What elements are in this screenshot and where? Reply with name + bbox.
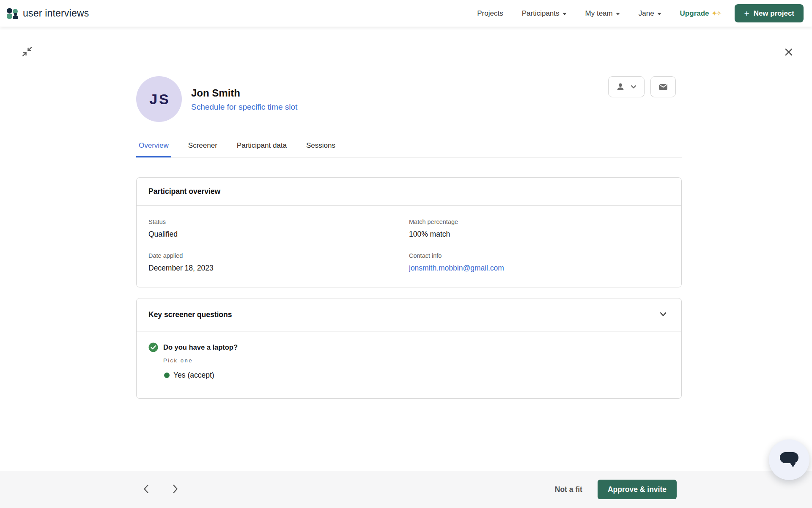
tab-overview[interactable]: Overview [136, 141, 171, 157]
chat-launcher-button[interactable] [769, 439, 809, 480]
header-actions [608, 76, 676, 97]
profile-header: JS Jon Smith Schedule for specific time … [136, 76, 682, 122]
question-row: Do you have a laptop? [148, 342, 669, 352]
approve-invite-button[interactable]: Approve & invite [598, 480, 677, 499]
person-icon [615, 82, 625, 92]
answer-row: Yes (accept) [164, 371, 669, 380]
chevron-down-icon [657, 13, 661, 15]
overview-fields: Status Qualified Match percentage 100% m… [137, 206, 681, 287]
new-project-button[interactable]: + New project [735, 4, 804, 22]
participant-detail-panel: JS Jon Smith Schedule for specific time … [136, 27, 682, 399]
question-type-label: Pick one [163, 357, 669, 364]
collapse-icon [21, 46, 33, 58]
sparkles-icon: ✦✧ [712, 9, 721, 17]
field-value: Qualified [148, 230, 409, 239]
participant-pager [140, 482, 182, 497]
field-date-applied: Date applied December 18, 2023 [148, 252, 409, 273]
overview-card-header: Participant overview [137, 178, 681, 206]
upgrade-label: Upgrade [680, 9, 709, 18]
chevron-down-icon [616, 13, 620, 15]
collapse-card-button[interactable] [657, 308, 669, 322]
avatar: JS [136, 76, 182, 122]
screener-question-block: Do you have a laptop? Pick one Yes (acce… [137, 331, 681, 398]
participant-name: Jon Smith [191, 87, 297, 99]
brand-name: user interviews [23, 8, 89, 19]
tab-participant-data[interactable]: Participant data [234, 141, 289, 157]
answer-dot-icon [164, 373, 170, 378]
screener-card-title: Key screener questions [148, 310, 232, 319]
field-value: December 18, 2023 [148, 264, 409, 273]
email-participant-button[interactable] [650, 76, 676, 97]
nav-item-my-team[interactable]: My team [585, 9, 620, 18]
top-navigation: user interviews Projects Participants My… [0, 0, 812, 27]
upgrade-link[interactable]: Upgrade ✦✧ [680, 9, 721, 18]
brand-logo[interactable]: user interviews [7, 8, 89, 19]
close-modal-button[interactable] [782, 45, 796, 61]
not-a-fit-button[interactable]: Not a fit [555, 485, 582, 494]
chevron-down-icon [630, 83, 637, 91]
new-project-label: New project [754, 9, 794, 18]
previous-participant-button[interactable] [140, 482, 153, 497]
field-label: Contact info [409, 252, 669, 259]
tab-screener[interactable]: Screener [186, 141, 220, 157]
next-participant-button[interactable] [168, 482, 182, 497]
user-interviews-logo-icon [7, 8, 19, 19]
mail-icon [658, 81, 669, 92]
field-status: Status Qualified [148, 218, 409, 239]
key-screener-questions-card: Key screener questions Do you have a lap… [136, 298, 682, 399]
collapse-modal-button[interactable] [19, 44, 35, 61]
close-icon [783, 47, 794, 58]
plus-icon: + [744, 9, 749, 18]
contact-email-link[interactable]: jonsmith.mobbin@gmail.com [409, 264, 669, 273]
answer-text: Yes (accept) [173, 371, 214, 380]
field-value: 100% match [409, 230, 669, 239]
field-label: Match percentage [409, 218, 669, 225]
question-text: Do you have a laptop? [163, 343, 238, 351]
nav-links: Projects Participants My team Jane [477, 9, 661, 18]
nav-item-label: My team [585, 9, 613, 18]
participant-identity: Jon Smith Schedule for specific time slo… [191, 87, 297, 112]
nav-item-projects[interactable]: Projects [477, 9, 503, 18]
field-label: Date applied [148, 252, 409, 259]
chevron-down-icon [658, 309, 668, 319]
nav-item-label: Participants [522, 9, 560, 18]
tab-sessions[interactable]: Sessions [304, 141, 338, 157]
screener-card-header: Key screener questions [137, 298, 681, 331]
nav-item-participants[interactable]: Participants [522, 9, 567, 18]
overview-card-title: Participant overview [148, 187, 220, 196]
nav-item-label: Projects [477, 9, 503, 18]
check-circle-icon [148, 342, 158, 352]
field-match-percentage: Match percentage 100% match [409, 218, 669, 239]
participant-overview-card: Participant overview Status Qualified Ma… [136, 177, 682, 287]
nav-item-user-menu[interactable]: Jane [639, 9, 661, 18]
footer-actions: Not a fit Approve & invite [555, 480, 677, 499]
chevron-down-icon [562, 13, 567, 15]
schedule-link[interactable]: Schedule for specific time slot [191, 102, 297, 112]
chevron-left-icon [140, 483, 152, 495]
field-label: Status [148, 218, 409, 225]
participant-action-bar: Not a fit Approve & invite [0, 471, 812, 508]
chat-bubble-icon [777, 449, 801, 471]
detail-tabs: Overview Screener Participant data Sessi… [136, 141, 682, 157]
chevron-right-icon [169, 483, 181, 495]
participant-status-button[interactable] [608, 76, 645, 97]
nav-item-label: Jane [639, 9, 654, 18]
field-contact-info: Contact info jonsmith.mobbin@gmail.com [409, 252, 669, 273]
